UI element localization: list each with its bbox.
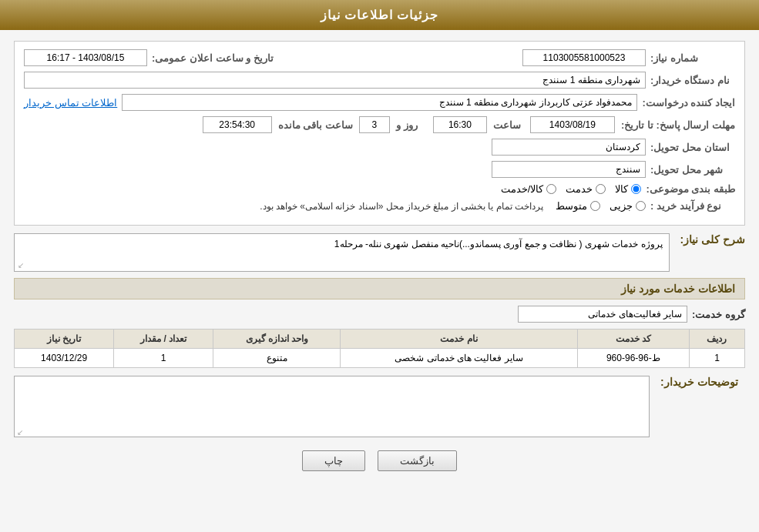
purchase-option-motevaset[interactable]: متوسط — [556, 200, 600, 212]
category-radio-kala[interactable] — [631, 184, 641, 194]
row-need-number: شماره نیاز: 1103005581000523 تاریخ و ساع… — [24, 49, 735, 66]
row-service-group: گروه خدمت: سایر فعالیت‌های خدماتی — [14, 306, 745, 323]
service-group-value: سایر فعالیت‌های خدماتی — [518, 306, 687, 323]
purchase-radio-motevaset[interactable] — [590, 201, 600, 211]
buyer-org-label: نام دستگاه خریدار: — [650, 75, 735, 86]
row-requester: ایجاد کننده درخواست: محمدفواد عزتی کاربر… — [24, 94, 735, 111]
cell-service-code: ط-96-96-960 — [577, 349, 689, 368]
row-description: شرح کلی نیاز: پروژه خدمات شهری ( نظافت و… — [14, 233, 745, 272]
buyer-notes-textarea[interactable] — [14, 376, 650, 437]
category-radio-khedmat[interactable] — [596, 184, 606, 194]
row-city: شهر محل تحویل: سنندج — [24, 161, 735, 178]
row-buyer-org: نام دستگاه خریدار: شهرداری منطقه 1 سنندج — [24, 72, 735, 89]
purchase-radio-jozi[interactable] — [636, 201, 646, 211]
service-group-label: گروه خدمت: — [692, 309, 745, 320]
deadline-days: 3 — [359, 116, 390, 133]
cell-row-num: 1 — [689, 349, 744, 368]
category-radio-kala-khedmat[interactable] — [546, 184, 556, 194]
deadline-days-label: روز و — [396, 119, 427, 131]
cell-quantity: 1 — [114, 349, 213, 368]
services-section-title: اطلاعات خدمات مورد نیاز — [14, 278, 745, 299]
description-value: پروژه خدمات شهری ( نظافت و جمع آوری پسما… — [334, 239, 663, 249]
category-label: طبقه بندی موضوعی: — [646, 183, 735, 195]
col-service-name: نام خدمت — [341, 330, 577, 349]
button-row: بازگشت چاپ — [14, 450, 745, 471]
row-buyer-notes: توضیحات خریدار: ↙ — [14, 376, 745, 440]
buyer-notes-container: ↙ — [14, 376, 650, 440]
purchase-type-label: نوع فرآیند خرید : — [650, 200, 735, 212]
table-row: 1 ط-96-96-960 سایر فعالیت های خدماتی شخص… — [15, 349, 745, 368]
purchase-radio-group: جزیی متوسط — [556, 200, 646, 212]
need-number-value: 1103005581000523 — [522, 49, 646, 66]
category-khedmat-label: خدمت — [566, 183, 593, 195]
province-value: کردستان — [492, 139, 646, 156]
category-option-kala[interactable]: کالا — [615, 183, 641, 195]
cell-service-name: سایر فعالیت های خدماتی شخصی — [341, 349, 577, 368]
back-button[interactable]: بازگشت — [378, 450, 457, 471]
col-quantity: تعداد / مقدار — [114, 330, 213, 349]
col-row-num: ردیف — [689, 330, 744, 349]
city-label: شهر محل تحویل: — [650, 164, 735, 176]
cell-unit: متنوع — [213, 349, 341, 368]
requester-value: محمدفواد عزتی کاربرداز شهرداری منطقه 1 س… — [122, 94, 637, 111]
deadline-date: 1403/08/19 — [530, 116, 615, 133]
announce-date-label: تاریخ و ساعت اعلان عمومی: — [152, 52, 274, 64]
resize-handle-icon: ↙ — [18, 261, 24, 269]
buyer-org-value: شهرداری منطقه 1 سنندج — [24, 72, 646, 89]
cell-date: 1403/12/29 — [15, 349, 114, 368]
deadline-remaining: 23:54:30 — [203, 116, 272, 133]
page-wrapper: جزئیات اطلاعات نیاز شماره نیاز: 11030055… — [0, 0, 759, 532]
col-unit: واحد اندازه گیری — [213, 330, 341, 349]
col-service-code: کد خدمت — [577, 330, 689, 349]
requester-label: ایجاد کننده درخواست: — [642, 97, 735, 109]
need-number-label: شماره نیاز: — [650, 52, 735, 64]
category-kala-label: کالا — [615, 183, 628, 195]
deadline-label: مهلت ارسال پاسخ: تا تاریخ: — [621, 119, 735, 131]
row-category: طبقه بندی موضوعی: کالا خدمت کالا/خدمت — [24, 183, 735, 195]
row-purchase-type: نوع فرآیند خرید : جزیی متوسط پرداخت تمام… — [24, 200, 735, 212]
contact-link[interactable]: اطلاعات تماس خریدار — [24, 97, 117, 109]
category-option-kala-khedmat[interactable]: کالا/خدمت — [501, 183, 557, 195]
deadline-time-label: ساعت — [493, 119, 524, 131]
purchase-option-jozi[interactable]: جزیی — [610, 200, 646, 212]
textarea-resize-icon: ↙ — [17, 428, 23, 437]
main-form-section: شماره نیاز: 1103005581000523 تاریخ و ساع… — [14, 41, 745, 226]
page-header: جزئیات اطلاعات نیاز — [0, 0, 759, 30]
purchase-motevaset-label: متوسط — [556, 200, 587, 212]
row-deadline: مهلت ارسال پاسخ: تا تاریخ: 1403/08/19 سا… — [24, 116, 735, 133]
services-table: ردیف کد خدمت نام خدمت واحد اندازه گیری ت… — [14, 329, 745, 368]
description-box: پروژه خدمات شهری ( نظافت و جمع آوری پسما… — [14, 233, 670, 272]
col-date: تاریخ نیاز — [15, 330, 114, 349]
buyer-notes-label: توضیحات خریدار: — [660, 376, 745, 388]
announce-date-value: 1403/08/15 - 16:17 — [24, 49, 147, 66]
purchase-note: پرداخت تمام یا بخشی از مبلغ خریداز محل «… — [260, 201, 543, 212]
province-label: استان محل تحویل: — [650, 142, 735, 153]
category-option-khedmat[interactable]: خدمت — [566, 183, 606, 195]
category-kala-khedmat-label: کالا/خدمت — [501, 183, 544, 195]
category-radio-group: کالا خدمت کالا/خدمت — [501, 183, 642, 195]
page-title: جزئیات اطلاعات نیاز — [321, 8, 439, 22]
description-label: شرح کلی نیاز: — [680, 233, 745, 246]
print-button[interactable]: چاپ — [302, 450, 365, 471]
deadline-time: 16:30 — [433, 116, 487, 133]
purchase-jozi-label: جزیی — [610, 200, 633, 212]
content-area: شماره نیاز: 1103005581000523 تاریخ و ساع… — [0, 30, 759, 490]
description-container: پروژه خدمات شهری ( نظافت و جمع آوری پسما… — [14, 233, 670, 272]
row-province: استان محل تحویل: کردستان — [24, 139, 735, 156]
city-value: سنندج — [492, 161, 646, 178]
deadline-remaining-label: ساعت باقی مانده — [278, 119, 353, 131]
